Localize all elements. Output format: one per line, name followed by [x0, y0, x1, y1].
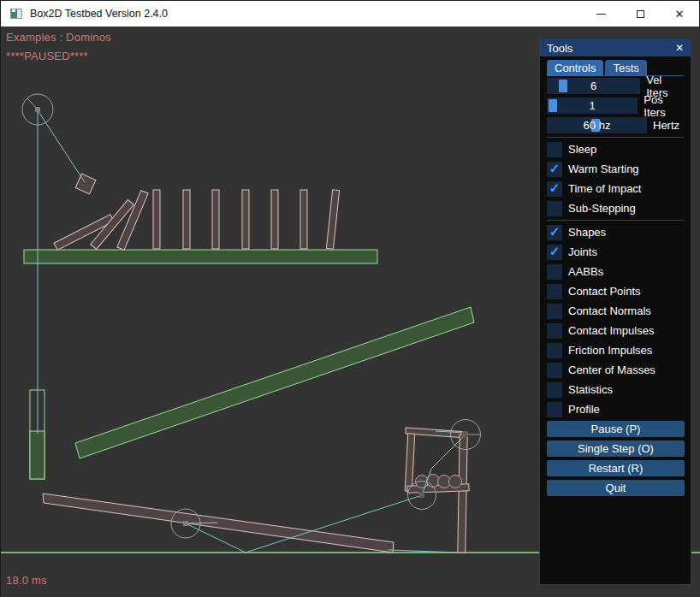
- slider-row-vel-iters: 6Vel Iters: [547, 78, 684, 94]
- checkbox-label: Contact Points: [568, 285, 641, 298]
- pause-p-button[interactable]: Pause (P): [547, 421, 685, 437]
- minimize-icon: [596, 14, 606, 15]
- checkbox-label: Center of Masses: [568, 364, 656, 376]
- domino-1: [153, 190, 160, 249]
- slider-label: Hertz: [653, 119, 679, 132]
- checkbox-groups: Sleep✓Warm Starting✓Time of ImpactSub-St…: [547, 141, 684, 417]
- check-icon: ✓: [549, 245, 561, 257]
- os-titlebar[interactable]: Box2D Testbed Version 2.4.0 ✕: [1, 1, 699, 27]
- frame-right-post: [458, 434, 467, 553]
- domino-4: [242, 190, 249, 249]
- checkbox-row-warm-starting: ✓Warm Starting: [547, 161, 684, 177]
- restart-r-button[interactable]: Restart (R): [547, 460, 685, 476]
- checkbox-label: AABBs: [568, 265, 603, 278]
- domino-2: [183, 190, 190, 249]
- maximize-icon: [637, 10, 644, 18]
- com-dot-top-left: [35, 107, 40, 112]
- checkbox-row-sleep: Sleep: [547, 141, 684, 157]
- checkbox-label: Sleep: [568, 143, 596, 156]
- checkbox-statistics[interactable]: [547, 382, 562, 398]
- frame-time: 18.0 ms: [6, 574, 47, 587]
- checkbox-label: Sub-Stepping: [568, 202, 636, 215]
- checkbox-row-contact-points: Contact Points: [547, 283, 684, 299]
- slider-group: 6Vel Iters1Pos Iters60 hzHertz: [547, 78, 684, 133]
- check-icon: ✓: [549, 225, 561, 238]
- checkbox-row-contact-normals: Contact Normals: [547, 303, 684, 319]
- domino-3: [212, 190, 219, 249]
- checkbox-row-contact-impulses: Contact Impulses: [547, 322, 684, 339]
- slider-value: 60 hz: [547, 117, 647, 133]
- shelf-ball-4: [449, 476, 462, 488]
- check-icon: ✓: [549, 181, 561, 194]
- tools-panel: Tools ✕ ControlsTests 6Vel Iters1Pos Ite…: [539, 38, 691, 585]
- minimize-button[interactable]: [581, 1, 620, 27]
- checkbox-label: Profile: [568, 403, 600, 416]
- example-title: Examples : Dominos: [6, 31, 111, 44]
- checkbox-row-aabbs: AABBs: [547, 263, 684, 280]
- checkbox-row-sub-stepping: Sub-Stepping: [547, 200, 684, 216]
- checkbox-center-of-masses[interactable]: [547, 363, 562, 378]
- checkbox-label: Friction Impulses: [568, 344, 652, 357]
- domino-5: [271, 190, 278, 249]
- fallen-domino-3: [117, 191, 148, 251]
- checkbox-sleep[interactable]: [547, 142, 562, 157]
- tab-tests[interactable]: Tests: [605, 60, 646, 76]
- checkbox-label: Statistics: [568, 383, 613, 396]
- com-dot-plank: [183, 521, 188, 526]
- checkbox-label: Shapes: [568, 226, 606, 239]
- left-column-fill: [30, 431, 44, 479]
- tools-panel-title: Tools: [547, 42, 675, 55]
- domino-6: [300, 190, 307, 249]
- checkbox-row-friction-impulses: Friction Impulses: [547, 342, 684, 358]
- quit-button[interactable]: Quit: [547, 480, 685, 496]
- domino-7-tilted: [326, 190, 339, 249]
- button-stack: Pause (P)Single Step (O)Restart (R)Quit: [547, 421, 684, 496]
- checkbox-time-of-impact[interactable]: ✓: [547, 181, 562, 197]
- checkbox-joints[interactable]: ✓: [547, 245, 562, 260]
- checkbox-row-profile: Profile: [547, 401, 684, 417]
- tab-controls[interactable]: Controls: [547, 60, 603, 76]
- slider-hertz[interactable]: 60 hz: [547, 117, 647, 133]
- checkbox-profile[interactable]: [547, 402, 562, 417]
- com-dot-frame-top: [462, 431, 468, 437]
- checkbox-contact-impulses[interactable]: [547, 323, 562, 339]
- checkbox-label: Warm Starting: [568, 163, 639, 175]
- tools-close-icon[interactable]: ✕: [675, 43, 684, 53]
- maximize-button[interactable]: [620, 1, 660, 27]
- checkbox-row-time-of-impact: ✓Time of Impact: [547, 180, 684, 197]
- app-icon: [10, 9, 22, 19]
- com-dot-frame-low: [418, 492, 424, 498]
- checkbox-row-center-of-masses: Center of Masses: [547, 362, 684, 378]
- checkbox-sub-stepping[interactable]: [547, 201, 562, 216]
- window-title: Box2D Testbed Version 2.4.0: [30, 8, 168, 20]
- checkbox-label: Joints: [568, 245, 597, 258]
- slider-value: 6: [547, 78, 640, 94]
- tools-panel-titlebar[interactable]: Tools ✕: [540, 39, 691, 56]
- platform-static: [24, 250, 377, 263]
- close-button[interactable]: ✕: [660, 1, 699, 27]
- app-window: Box2D Testbed Version 2.4.0 ✕ Examples :…: [0, 0, 700, 597]
- checkbox-warm-starting[interactable]: ✓: [547, 162, 562, 177]
- slider-pos-iters[interactable]: 1: [547, 98, 638, 114]
- checkbox-label: Contact Normals: [568, 304, 651, 317]
- slider-label: Pos Iters: [644, 93, 684, 119]
- checkbox-aabbs[interactable]: [547, 264, 562, 280]
- checkbox-contact-normals[interactable]: [547, 304, 562, 319]
- paused-status: ****PAUSED****: [6, 50, 88, 62]
- checkbox-friction-impulses[interactable]: [547, 343, 562, 358]
- checkbox-shapes[interactable]: ✓: [547, 225, 562, 240]
- slider-row-hertz: 60 hzHertz: [547, 117, 684, 133]
- pendulum-box: [75, 174, 96, 194]
- slider-value: 1: [547, 98, 638, 114]
- bottom-plank: [43, 494, 394, 553]
- slider-vel-iters[interactable]: 6: [547, 78, 640, 94]
- frame-left-post: [405, 434, 414, 491]
- checkbox-label: Contact Impulses: [568, 324, 654, 337]
- checkbox-contact-points[interactable]: [547, 284, 562, 299]
- checkbox-row-joints: ✓Joints: [547, 244, 684, 260]
- checkbox-row-statistics: Statistics: [547, 381, 684, 398]
- close-icon: ✕: [675, 9, 685, 20]
- separator: [547, 220, 684, 221]
- separator: [547, 137, 684, 138]
- single-step-o-button[interactable]: Single Step (O): [547, 440, 685, 457]
